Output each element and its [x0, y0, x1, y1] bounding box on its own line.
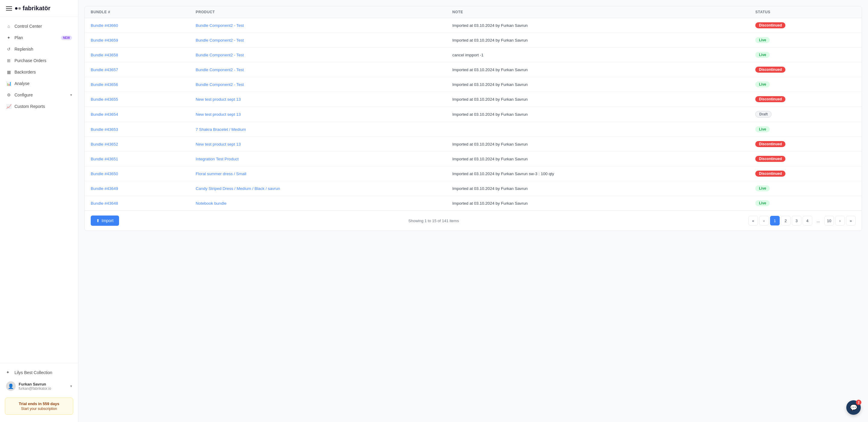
bundle-link[interactable]: Bundle #43653 — [91, 127, 118, 132]
bundle-cell: Bundle #43650 — [85, 167, 190, 181]
product-link[interactable]: Bundle Component2 - Test — [195, 38, 244, 42]
bundle-link[interactable]: Bundle #43654 — [91, 112, 118, 117]
sidebar-item-replenish[interactable]: ↺ Replenish — [0, 43, 78, 55]
product-cell: Bundle Component2 - Test — [190, 33, 446, 48]
page-btn-1[interactable]: 1 — [770, 216, 780, 225]
page-btn-3[interactable]: 3 — [792, 216, 801, 225]
sidebar-bottom: ✦ Lilys Best Collection 👤 Furkan Savrun … — [0, 363, 78, 422]
table-row: Bundle #43656 Bundle Component2 - Test I… — [85, 77, 862, 92]
bundle-cell: Bundle #43652 — [85, 137, 190, 152]
import-button[interactable]: ⬆ Import — [91, 215, 119, 226]
status-cell: Draft — [749, 107, 862, 122]
bundle-link[interactable]: Bundle #43655 — [91, 97, 118, 101]
sidebar-item-plan[interactable]: ✦ Plan NEW — [0, 32, 78, 43]
import-icon: ⬆ — [96, 218, 100, 223]
chat-badge: 2 — [856, 400, 861, 405]
product-link[interactable]: New test product sept 13 — [195, 112, 241, 117]
bundle-link[interactable]: Bundle #43656 — [91, 82, 118, 87]
sidebar-item-purchase-orders[interactable]: ⊞ Purchase Orders — [0, 55, 78, 66]
product-link[interactable]: New test product sept 13 — [195, 142, 241, 147]
bundle-link[interactable]: Bundle #43648 — [91, 201, 118, 206]
page-btn-›[interactable]: › — [835, 216, 845, 225]
new-badge: NEW — [61, 36, 72, 40]
status-badge: Discontinued — [755, 156, 785, 162]
status-badge: Draft — [755, 111, 772, 118]
user-name: Furkan Savrun — [19, 382, 67, 386]
bundle-link[interactable]: Bundle #43649 — [91, 186, 118, 191]
collection-name: Lilys Best Collection — [14, 370, 52, 375]
table-row: Bundle #43655 New test product sept 13 I… — [85, 92, 862, 107]
bundle-link[interactable]: Bundle #43659 — [91, 38, 118, 42]
page-btn-10[interactable]: 10 — [824, 216, 834, 225]
table-row: Bundle #43654 New test product sept 13 I… — [85, 107, 862, 122]
bundle-cell: Bundle #43655 — [85, 92, 190, 107]
status-cell: Discontinued — [749, 167, 862, 181]
product-link[interactable]: New test product sept 13 — [195, 97, 241, 101]
sidebar-item-label: Control Center — [14, 24, 72, 29]
note-cell: cancel impport -1 — [446, 48, 749, 62]
sidebar-item-configure[interactable]: ⚙ Configure ▾ — [0, 89, 78, 101]
home-icon: ⌂ — [6, 24, 11, 29]
product-cell: Candy Striped Dress / Medium / Black / s… — [190, 181, 446, 196]
page-btn-»[interactable]: » — [846, 216, 856, 225]
box-icon: ▦ — [6, 69, 11, 75]
product-link[interactable]: Candy Striped Dress / Medium / Black / s… — [195, 186, 280, 191]
status-cell: Discontinued — [749, 62, 862, 77]
sidebar-item-control-center[interactable]: ⌂ Control Center — [0, 21, 78, 32]
product-cell: Bundle Component2 - Test — [190, 48, 446, 62]
page-btn-«[interactable]: « — [748, 216, 758, 225]
page-btn-2[interactable]: 2 — [781, 216, 790, 225]
user-profile[interactable]: 👤 Furkan Savrun furkan@fabrikator.io ▾ — [0, 378, 78, 394]
note-cell: Imported at 03.10.2024 by Furkan Savrun — [446, 77, 749, 92]
product-link[interactable]: Bundle Component2 - Test — [195, 53, 244, 57]
bundle-link[interactable]: Bundle #43652 — [91, 142, 118, 147]
product-link[interactable]: Integration Test Product — [195, 157, 239, 161]
sidebar-item-custom-reports[interactable]: 📈 Custom Reports — [0, 101, 78, 112]
product-link[interactable]: 7 Shakra Bracelet / Medium — [195, 127, 246, 132]
status-badge: Live — [755, 185, 770, 191]
trial-subscription-link[interactable]: Start your subscription — [10, 406, 68, 411]
product-link[interactable]: Bundle Component2 - Test — [195, 23, 244, 28]
col-header-status: Status — [749, 6, 862, 18]
bundle-link[interactable]: Bundle #43660 — [91, 23, 118, 28]
bundle-link[interactable]: Bundle #43651 — [91, 157, 118, 161]
chat-bubble[interactable]: 💬 2 — [846, 400, 861, 415]
status-cell: Live — [749, 122, 862, 137]
page-btn-4[interactable]: 4 — [803, 216, 812, 225]
table-row: Bundle #43657 Bundle Component2 - Test I… — [85, 62, 862, 77]
hamburger-menu[interactable] — [6, 6, 12, 10]
sidebar-item-label: Purchase Orders — [14, 58, 72, 63]
table-footer: ⬆ Import Showing 1 to 15 of 141 items «‹… — [85, 210, 862, 231]
page-btn-‹[interactable]: ‹ — [759, 216, 769, 225]
bundle-cell: Bundle #43657 — [85, 62, 190, 77]
col-header-bundle: Bundle # — [85, 6, 190, 18]
table-row: Bundle #43652 New test product sept 13 I… — [85, 137, 862, 152]
product-cell: Notebook bundle — [190, 196, 446, 211]
user-email: furkan@fabrikator.io — [19, 386, 67, 391]
product-cell: Bundle Component2 - Test — [190, 77, 446, 92]
product-link[interactable]: Bundle Component2 - Test — [195, 82, 244, 87]
sidebar-item-backorders[interactable]: ▦ Backorders — [0, 66, 78, 78]
status-badge: Live — [755, 200, 770, 206]
sidebar-item-label: Custom Reports — [14, 104, 72, 109]
note-cell: Imported at 03.10.2024 by Furkan Savrun … — [446, 167, 749, 181]
status-badge: Discontinued — [755, 22, 785, 28]
bundle-link[interactable]: Bundle #43658 — [91, 53, 118, 57]
table-row: Bundle #43660 Bundle Component2 - Test I… — [85, 18, 862, 33]
status-cell: Discontinued — [749, 152, 862, 167]
collection-item[interactable]: ✦ Lilys Best Collection — [0, 367, 78, 378]
bundle-link[interactable]: Bundle #43657 — [91, 67, 118, 72]
bundle-link[interactable]: Bundle #43650 — [91, 172, 118, 176]
nav-list: ⌂ Control Center ✦ Plan NEW ↺ Replenish … — [0, 17, 78, 363]
gift-icon: ✦ — [6, 35, 11, 40]
sidebar-item-analyse[interactable]: 📊 Analyse — [0, 78, 78, 89]
logo: fabrikatör — [15, 5, 50, 12]
status-badge: Live — [755, 81, 770, 87]
product-link[interactable]: Notebook bundle — [195, 201, 226, 206]
status-cell: Discontinued — [749, 137, 862, 152]
product-link[interactable]: Floral summer dress / Small — [195, 172, 246, 176]
bundle-cell: Bundle #43660 — [85, 18, 190, 33]
product-link[interactable]: Bundle Component2 - Test — [195, 67, 244, 72]
note-cell: Imported at 03.10.2024 by Furkan Savrun — [446, 18, 749, 33]
logo-text: fabrikatör — [23, 5, 50, 12]
